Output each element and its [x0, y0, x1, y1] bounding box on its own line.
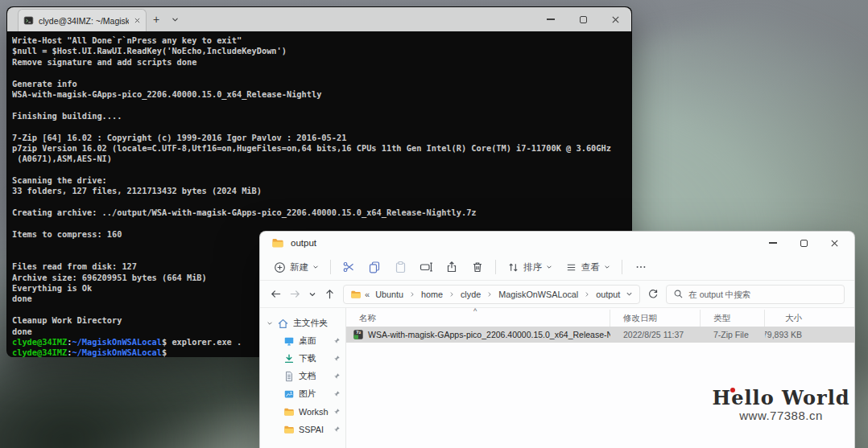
- chevron-right-icon: [486, 291, 493, 298]
- chevron-right-icon: [584, 291, 590, 298]
- breadcrumb-item[interactable]: home: [419, 289, 445, 300]
- terminal-titlebar[interactable]: clyde@34IMZ: ~/MagiskOnW +: [7, 7, 631, 31]
- sidebar-item-label: 文档: [299, 371, 329, 382]
- rename-button[interactable]: [414, 257, 438, 277]
- share-button[interactable]: [440, 257, 464, 277]
- chevron-down-icon: [546, 264, 552, 270]
- desktop-icon: [283, 335, 295, 347]
- sort-icon: [507, 261, 519, 273]
- recent-locations-button[interactable]: [308, 290, 316, 298]
- copy-icon: [368, 261, 381, 273]
- terminal-line: Remove signature and add scripts done: [12, 57, 628, 68]
- pin-icon[interactable]: [333, 408, 341, 416]
- column-header-size[interactable]: 大小: [765, 310, 841, 327]
- terminal-tab[interactable]: clyde@34IMZ: ~/MagiskOnW: [18, 9, 147, 31]
- column-header-type[interactable]: 类型: [701, 310, 765, 327]
- sidebar-item-workshop[interactable]: Workshop: [260, 403, 345, 421]
- prompt-symbol: $: [162, 347, 167, 357]
- pin-icon[interactable]: [333, 355, 341, 363]
- copy-button[interactable]: [362, 257, 386, 277]
- sidebar-item-sspai[interactable]: SSPAI: [260, 421, 345, 438]
- breadcrumb-item[interactable]: clyde: [458, 289, 483, 300]
- terminal-line: [12, 165, 628, 175]
- search-input[interactable]: [688, 290, 837, 299]
- terminal-line: (A0671),ASM,AES-NI): [12, 154, 628, 164]
- window-title: output: [291, 238, 316, 248]
- column-headers: ^ 名称 修改日期 类型 大小: [346, 310, 854, 327]
- sidebar-item-home[interactable]: 主文件夹: [260, 314, 345, 332]
- file-list: ^ 名称 修改日期 类型 大小 7z WSA-with-magisk-GApps…: [346, 308, 854, 448]
- forward-button[interactable]: [289, 288, 301, 300]
- column-header-name[interactable]: 名称: [346, 310, 610, 327]
- sidebar-item-pictures[interactable]: 图片: [260, 385, 345, 403]
- search-icon: [673, 289, 684, 299]
- sort-button[interactable]: 排序: [502, 257, 558, 277]
- prompt-user: clyde@34IMZ: [12, 347, 67, 357]
- terminal-line: Scanning the drive:: [12, 175, 628, 186]
- paste-icon: [394, 261, 407, 273]
- terminal-tab-title: clyde@34IMZ: ~/MagiskOnW: [39, 16, 129, 26]
- breadcrumb-overflow[interactable]: «: [365, 290, 370, 299]
- file-row[interactable]: 7z WSA-with-magisk-GApps-pico_2206.40000…: [346, 327, 854, 343]
- toolbar-separator: [495, 260, 496, 274]
- toolbar-separator: [622, 260, 622, 274]
- new-button[interactable]: 新建: [268, 257, 324, 277]
- up-button[interactable]: [324, 288, 336, 300]
- minimize-button[interactable]: [758, 232, 788, 254]
- chevron-right-icon: [448, 291, 455, 298]
- terminal-line: Generate info: [12, 79, 628, 89]
- terminal-line: WSA-with-magisk-GApps-pico_2206.40000.15…: [12, 89, 628, 100]
- address-dropdown-icon[interactable]: [626, 290, 633, 298]
- watermark-url: www.77388.cn: [710, 409, 852, 423]
- search-box[interactable]: [666, 285, 845, 304]
- maximize-button[interactable]: [788, 232, 819, 254]
- file-modified: 2022/8/25 11:37: [610, 330, 701, 339]
- delete-button[interactable]: [465, 257, 490, 277]
- sidebar-item-desktop[interactable]: 桌面: [260, 332, 345, 350]
- cut-button[interactable]: [337, 257, 361, 277]
- tab-close-icon[interactable]: [134, 17, 141, 24]
- explorer-titlebar[interactable]: output: [260, 232, 854, 254]
- terminal-line: [12, 219, 628, 229]
- breadcrumb-item[interactable]: MagiskOnWSALocal: [496, 289, 581, 300]
- chevron-down-icon[interactable]: [267, 320, 273, 327]
- terminal-line: p7zip Version 16.02 (locale=C.UTF-8,Utf1…: [12, 143, 628, 154]
- prompt-path: ~/MagiskOnWSALocal: [72, 337, 162, 347]
- watermark-red-dot: [730, 388, 735, 393]
- toolbar-separator: [330, 260, 331, 274]
- sidebar: 主文件夹 桌面 下载 文档 图片: [260, 308, 345, 448]
- minimize-button[interactable]: [535, 7, 567, 31]
- prompt-user: clyde@34IMZ: [12, 337, 67, 347]
- pin-icon[interactable]: [333, 372, 341, 380]
- refresh-button[interactable]: [647, 289, 659, 300]
- plus-circle-icon: [274, 261, 286, 273]
- view-button[interactable]: 查看: [560, 257, 616, 277]
- new-tab-button[interactable]: +: [147, 7, 166, 31]
- paste-button[interactable]: [388, 257, 412, 277]
- sidebar-item-downloads[interactable]: 下载: [260, 350, 345, 368]
- close-button[interactable]: [599, 7, 631, 31]
- sidebar-item-label: SSPAI: [299, 425, 329, 434]
- chevron-down-icon: [604, 264, 610, 270]
- back-button[interactable]: [270, 288, 282, 300]
- pin-icon[interactable]: [333, 390, 341, 398]
- pin-icon[interactable]: [333, 337, 341, 345]
- pictures-icon: [283, 388, 295, 400]
- folder-icon: [283, 424, 295, 435]
- prompt-command: explorer.exe .: [167, 337, 242, 347]
- column-header-modified[interactable]: 修改日期: [610, 310, 701, 327]
- close-button[interactable]: [819, 232, 849, 254]
- watermark-title: Hello World: [710, 387, 852, 409]
- breadcrumb-item[interactable]: output: [593, 289, 622, 300]
- terminal-line: [12, 121, 628, 132]
- breadcrumb-item[interactable]: Ubuntu: [373, 289, 406, 300]
- maximize-button[interactable]: [567, 7, 599, 31]
- more-options-button[interactable]: [628, 257, 654, 277]
- breadcrumb[interactable]: « Ubuntu home clyde MagiskOnWSALocal out…: [343, 285, 640, 304]
- pin-icon[interactable]: [333, 425, 341, 434]
- tab-dropdown-button[interactable]: [166, 7, 184, 31]
- sidebar-item-label: 桌面: [299, 335, 329, 347]
- sidebar-item-label: 下载: [299, 353, 329, 364]
- sidebar-item-documents[interactable]: 文档: [260, 368, 345, 385]
- terminal-line: Creating archive: ../output/WSA-with-mag…: [12, 208, 628, 218]
